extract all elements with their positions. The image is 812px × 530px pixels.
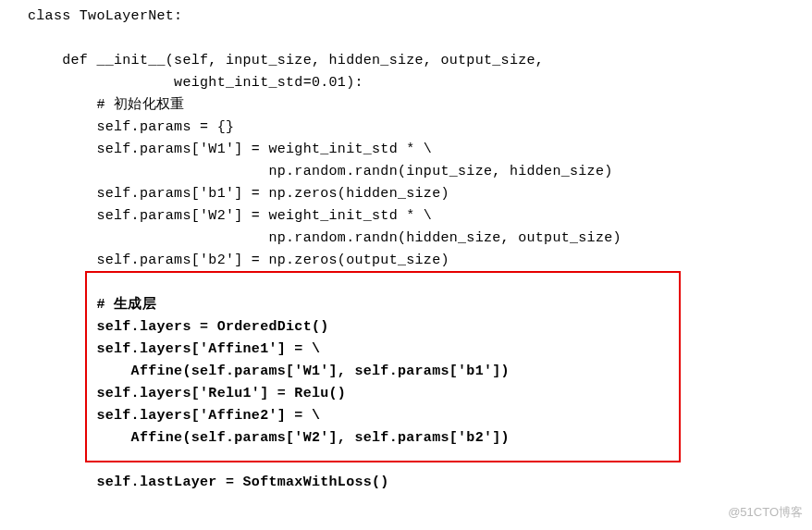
code-line: self.params['W1'] = weight_init_std * \ — [28, 142, 432, 157]
code-line: Affine(self.params['W1'], self.params['b… — [28, 364, 510, 379]
code-line: self.params['b2'] = np.zeros(output_size… — [28, 253, 449, 268]
code-line: np.random.randn(hidden_size, output_size… — [28, 230, 621, 246]
code-line: self.layers['Affine2'] = \ — [28, 408, 320, 424]
code-line: self.params = {} — [28, 119, 234, 135]
code-line: weight_init_std=0.01): — [28, 75, 363, 91]
code-line: self.lastLayer = SoftmaxWithLoss() — [28, 475, 389, 490]
code-line: self.layers = OrderedDict() — [28, 319, 329, 335]
code-line: self.layers['Affine1'] = \ — [28, 341, 320, 357]
watermark: @51CTO博客 — [728, 503, 803, 523]
code-line: # 初始化权重 — [28, 97, 185, 113]
code-line: class TwoLayerNet: — [28, 8, 182, 24]
code-line: Affine(self.params['W2'], self.params['b… — [28, 430, 510, 446]
code-block: class TwoLayerNet: def __init__(self, in… — [28, 6, 812, 494]
code-line: np.random.randn(input_size, hidden_size) — [28, 164, 613, 179]
code-line: self.layers['Relu1'] = Relu() — [28, 386, 346, 401]
code-line: self.params['W2'] = weight_init_std * \ — [28, 208, 432, 224]
code-line: # 生成层 — [28, 297, 156, 313]
code-line: def __init__(self, input_size, hidden_si… — [28, 53, 544, 68]
code-line: self.params['b1'] = np.zeros(hidden_size… — [28, 186, 449, 202]
